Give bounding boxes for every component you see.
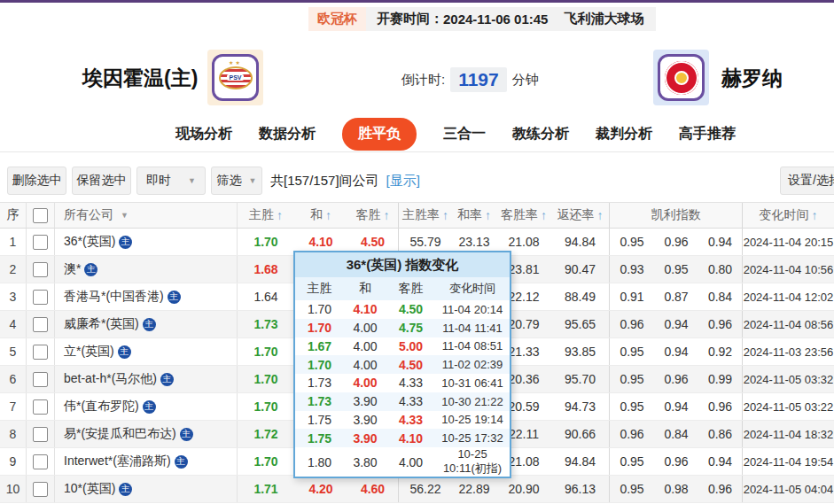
popup-draw-odds: 4.00 [344,376,386,390]
company-name[interactable]: Interwet*(塞浦路斯) [64,454,171,469]
table-row: 1010*(英国)主1.714.204.6056.2222.8920.9096.… [0,476,834,503]
popup-draw-odds: 4.00 [344,358,386,372]
row-checkbox[interactable] [33,427,48,442]
tab-referee-analysis[interactable]: 裁判分析 [596,125,652,143]
row-checkbox[interactable] [33,262,48,277]
company-name[interactable]: 伟*(直布罗陀) [64,399,139,415]
header-draw-odds[interactable]: 和↑ [294,203,347,228]
header-home-rate[interactable]: 主胜率↑ [399,203,452,228]
return-rate: 94.73 [551,393,610,420]
row-checkbox[interactable] [33,345,48,360]
row-checkbox[interactable] [33,399,48,415]
header-away-rate[interactable]: 客胜率↑ [496,203,551,228]
row-checkbox-cell [27,256,55,283]
kelly-draw: 0.84 [654,421,698,447]
row-checkbox-cell [27,283,55,310]
kelly-draw: 0.98 [654,476,698,502]
kelly-draw: 0.94 [654,311,698,337]
venue-name: 飞利浦大球场 [564,11,643,27]
company-name[interactable]: 易*(安提瓜和巴布达) [64,426,176,442]
popup-change-time: 11-02 02:39 [435,358,510,371]
row-checkbox[interactable] [33,235,48,250]
company-cell: 10*(英国)主 [55,476,238,502]
kelly-draw: 0.95 [654,256,698,283]
row-number: 8 [0,421,27,447]
popup-row: 1.753.904.1010-25 17:32 [295,429,510,447]
row-checkbox[interactable] [33,372,48,387]
kelly-home: 0.95 [610,448,654,475]
company-name[interactable]: 10*(英国) [64,481,115,497]
home-badge-icon: 主 [175,455,188,469]
delete-selected-button[interactable]: 删除选中 [7,167,66,195]
countdown-label: 倒计时: [401,72,445,89]
sort-up-icon: ↑ [812,208,818,222]
company-name[interactable]: 36*(英国) [64,234,115,250]
popup-draw-odds: 3.90 [344,394,386,408]
countdown-unit: 分钟 [512,72,539,89]
row-checkbox[interactable] [33,317,48,332]
company-name[interactable]: 立*(英国) [64,344,114,360]
table-header-row: 序 所有公司▼ 主胜↑ 和↑ 客胜↑ 主胜率↑ 和率↑ 客胜率↑ 返还率↑ 凯利… [0,202,834,229]
show-link[interactable]: [显示] [386,173,420,190]
header-away-odds[interactable]: 客胜↑ [347,203,399,228]
company-name[interactable]: 威廉希*(英国) [64,316,139,332]
kelly-draw: 0.94 [654,338,698,365]
popup-home-odds: 1.75 [295,431,344,446]
return-rate: 90.66 [551,421,610,447]
row-checkbox[interactable] [33,454,48,469]
popup-body: 1.704.104.5011-04 20:141.704.004.7511-04… [295,300,510,477]
tab-live-analysis[interactable]: 现场分析 [175,125,232,143]
company-name[interactable]: 香港马*(中国香港) [64,289,164,305]
popup-away-odds: 4.33 [386,413,435,427]
odds-home: 1.72 [238,421,294,447]
kelly-home: 0.91 [610,283,654,310]
popup-away-odds: 4.33 [386,376,435,390]
kelly-draw: 0.87 [654,283,698,310]
change-time: 2024-11-03 23:56 [743,338,834,365]
row-number: 5 [0,338,27,365]
tab-coach-analysis[interactable]: 教练分析 [512,125,569,143]
tab-three-in-one[interactable]: 三合一 [443,125,486,143]
girona-crest-icon [658,54,705,101]
popup-home-odds: 1.73 [295,376,344,390]
away-team-name: 赫罗纳 [721,65,783,92]
popup-away-odds: 4.33 [386,394,435,408]
tab-data-analysis[interactable]: 数据分析 [259,125,316,143]
tab-win-draw-lose[interactable]: 胜平负 [342,118,417,151]
kelly-away: 0.80 [698,256,743,283]
row-checkbox[interactable] [33,290,48,305]
header-draw-rate[interactable]: 和率↑ [452,203,496,228]
sort-up-icon: ↑ [597,208,604,222]
company-cell: Interwet*(塞浦路斯)主 [55,448,238,475]
chevron-down-icon: ▼ [188,176,196,185]
return-rate: 93.85 [551,338,610,365]
popup-home-odds: 1.67 [295,339,344,353]
header-company[interactable]: 所有公司▼ [55,203,238,228]
header-change-time[interactable]: 变化时间↑ [743,203,834,228]
kelly-home: 0.96 [610,421,654,447]
header-return-rate[interactable]: 返还率↑ [551,203,610,228]
row-checkbox[interactable] [33,482,48,497]
select-all-checkbox[interactable] [33,208,48,223]
company-name[interactable]: bet-at-h*(马尔他) [64,371,157,387]
header-home-odds[interactable]: 主胜↑ [238,203,294,228]
row-number: 3 [0,283,27,310]
row-number: 10 [0,476,27,502]
odds-away: 4.60 [347,476,399,502]
settings-button[interactable]: 设置/选择 [780,167,834,195]
popup-draw-odds: 3.80 [344,455,386,469]
sort-up-icon: ↑ [485,208,491,222]
home-team-name: 埃因霍温(主) [82,65,198,92]
change-time: 2024-11-05 03:22 [743,393,834,420]
kelly-home: 0.95 [610,229,654,255]
popup-row: 1.734.004.3310-31 06:41 [295,374,510,392]
filter-dropdown[interactable]: 筛选▼ [211,167,262,195]
return-rate: 95.65 [551,311,610,337]
instant-dropdown[interactable]: 即时▼ [136,167,206,195]
odds-home: 1.70 [238,338,294,365]
popup-change-time: 10-30 21:22 [435,395,510,408]
company-name[interactable]: 澳* [64,261,81,277]
tab-expert-picks[interactable]: 高手推荐 [679,125,736,143]
keep-selected-button[interactable]: 保留选中 [72,167,131,195]
home-badge-icon: 主 [143,400,156,414]
